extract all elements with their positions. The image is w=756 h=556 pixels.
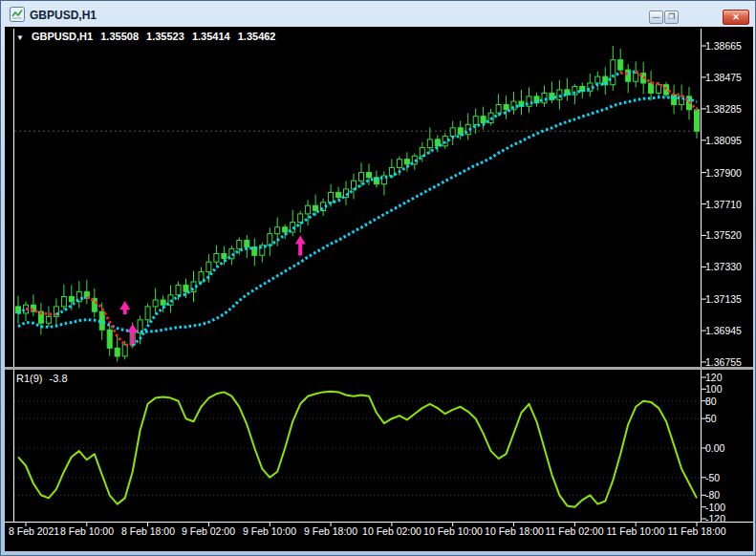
panel-splitter[interactable] (5, 367, 753, 370)
mt4-chart-window: GBPUSD,H1 — ❐ ✕ ▼ GBPUSD,H1 1.35508 1.35… (0, 0, 756, 556)
grid-levels (14, 131, 701, 495)
trend-dots (18, 71, 697, 345)
candles (16, 46, 700, 362)
oscillator-line (18, 392, 697, 507)
chart-canvas[interactable] (1, 1, 756, 556)
quote-symbol: GBPUSD,H1 (32, 31, 93, 42)
indicator-name: R1(9) (16, 373, 43, 384)
chart-frame (5, 29, 753, 526)
symbol-dropdown-icon[interactable]: ▼ (16, 33, 24, 42)
quote-low: 1.35414 (192, 31, 230, 42)
signal-arrows (119, 235, 306, 344)
quote-close: 1.35462 (238, 31, 276, 42)
quote-open: 1.35508 (100, 31, 139, 42)
quote-line: ▼ GBPUSD,H1 1.35508 1.35523 1.35414 1.35… (16, 31, 280, 42)
quote-high: 1.35523 (146, 31, 184, 42)
indicator-label: R1(9) -3.8 (16, 373, 72, 384)
indicator-value: -3.8 (50, 373, 68, 384)
